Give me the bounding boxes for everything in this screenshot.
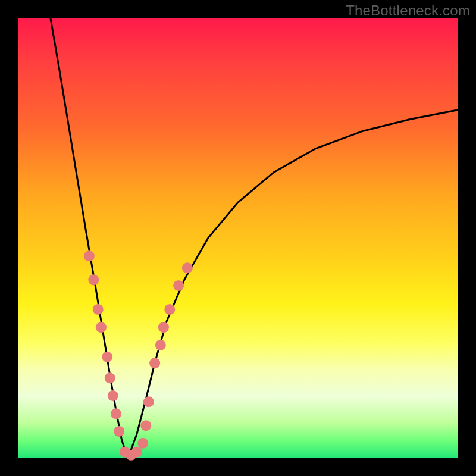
highlight-dot — [102, 352, 112, 362]
highlight-dot — [114, 426, 124, 437]
highlight-dot — [149, 358, 160, 368]
highlight-dot — [93, 304, 104, 315]
highlight-dot — [96, 322, 107, 333]
highlight-dot — [108, 390, 118, 401]
highlight-dot — [140, 420, 151, 431]
highlight-dot — [84, 250, 95, 261]
watermark-text: TheBottleneck.com — [346, 2, 470, 19]
plot-area — [18, 18, 458, 458]
highlight-dot — [88, 274, 99, 285]
chart-frame: TheBottleneck.com — [0, 0, 476, 476]
highlight-dot — [158, 322, 169, 333]
highlight-dot — [143, 396, 154, 407]
highlight-dot — [131, 447, 142, 458]
highlight-dot — [155, 340, 166, 350]
highlight-dot — [173, 280, 184, 291]
highlight-dot — [111, 408, 121, 419]
highlight-dot — [137, 438, 148, 449]
highlight-dot — [182, 262, 193, 273]
highlight-dot — [164, 304, 175, 315]
highlight-dot — [105, 372, 115, 383]
curve-layer — [18, 18, 458, 458]
